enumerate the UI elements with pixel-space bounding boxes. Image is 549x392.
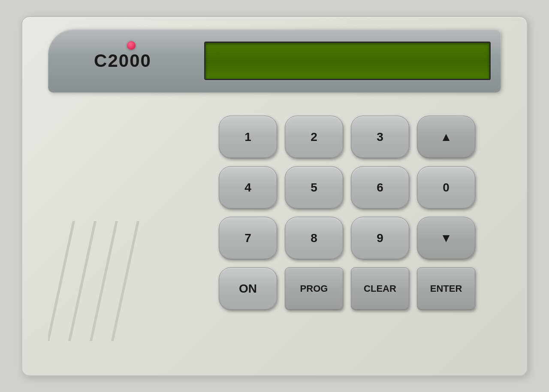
key-on[interactable]: ON: [219, 267, 277, 310]
key-2[interactable]: 2: [285, 116, 343, 159]
key-up[interactable]: ▲: [417, 116, 475, 159]
lcd-screen: [205, 43, 489, 79]
lcd-display: [204, 42, 491, 80]
key-0[interactable]: 0: [417, 166, 475, 209]
key-1[interactable]: 1: [219, 116, 277, 159]
key-4[interactable]: 4: [219, 166, 277, 209]
header-panel: C2000: [48, 29, 501, 93]
key-3[interactable]: 3: [351, 116, 409, 159]
key-7[interactable]: 7: [219, 217, 277, 260]
svg-line-3: [112, 221, 138, 341]
svg-line-2: [91, 221, 117, 341]
key-clear[interactable]: CLEAR: [351, 267, 409, 310]
key-9[interactable]: 9: [351, 217, 409, 260]
brand-section: C2000: [58, 29, 187, 93]
key-down[interactable]: ▼: [417, 217, 475, 260]
svg-line-1: [69, 221, 95, 341]
key-prog[interactable]: PROG: [285, 267, 343, 310]
keypad: 123▲4560789▼ONPROGCLEARENTER: [219, 116, 475, 310]
brand-name: C2000: [94, 51, 151, 71]
key-8[interactable]: 8: [285, 217, 343, 260]
key-6[interactable]: 6: [351, 166, 409, 209]
key-enter[interactable]: ENTER: [417, 267, 475, 310]
indicator-led: [127, 41, 136, 50]
alarm-panel: C2000 123▲4560789▼ONPROGCLEARENTER: [21, 16, 528, 376]
key-5[interactable]: 5: [285, 166, 343, 209]
svg-line-0: [48, 221, 74, 341]
decorative-slashes: [48, 221, 142, 341]
